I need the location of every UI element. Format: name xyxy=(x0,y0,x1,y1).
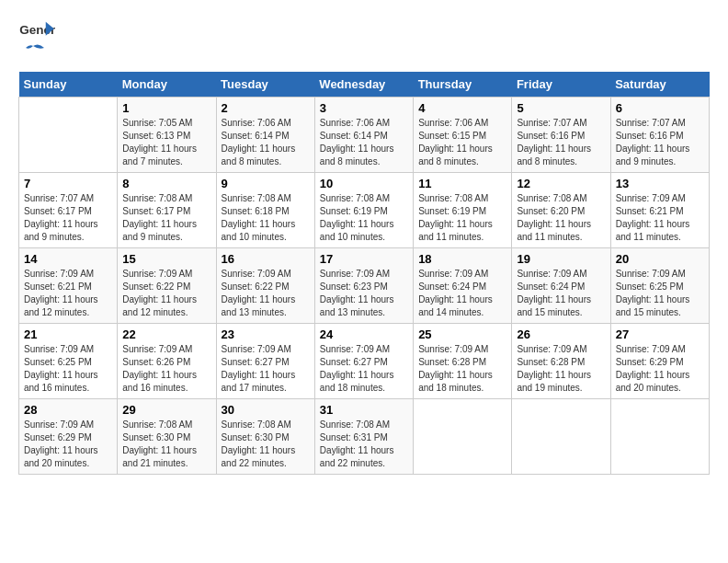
header: General xyxy=(18,18,710,63)
day-info: Sunrise: 7:09 AMSunset: 6:27 PMDaylight:… xyxy=(222,343,310,395)
calendar-cell: 22Sunrise: 7:09 AMSunset: 6:26 PMDayligh… xyxy=(118,324,216,399)
day-number: 10 xyxy=(320,177,408,190)
day-number: 5 xyxy=(517,101,605,115)
day-info: Sunrise: 7:08 AMSunset: 6:30 PMDaylight:… xyxy=(122,419,210,470)
logo: General xyxy=(18,18,55,63)
day-number: 19 xyxy=(517,252,605,266)
calendar-cell: 25Sunrise: 7:09 AMSunset: 6:28 PMDayligh… xyxy=(414,324,512,399)
calendar-week-row: 1Sunrise: 7:05 AMSunset: 6:13 PMDaylight… xyxy=(19,98,710,173)
day-number: 24 xyxy=(320,327,408,341)
calendar-cell: 9Sunrise: 7:08 AMSunset: 6:18 PMDaylight… xyxy=(216,173,314,248)
calendar-cell xyxy=(19,98,118,173)
calendar-table: SundayMondayTuesdayWednesdayThursdayFrid… xyxy=(18,72,710,475)
calendar-header-row: SundayMondayTuesdayWednesdayThursdayFrid… xyxy=(19,72,710,98)
calendar-cell: 15Sunrise: 7:09 AMSunset: 6:22 PMDayligh… xyxy=(118,248,216,324)
calendar-cell: 12Sunrise: 7:08 AMSunset: 6:20 PMDayligh… xyxy=(512,173,610,248)
day-number: 9 xyxy=(222,177,310,190)
calendar-cell: 30Sunrise: 7:08 AMSunset: 6:30 PMDayligh… xyxy=(216,399,314,475)
day-info: Sunrise: 7:06 AMSunset: 6:14 PMDaylight:… xyxy=(320,117,408,168)
day-number: 3 xyxy=(320,101,408,115)
calendar-week-row: 14Sunrise: 7:09 AMSunset: 6:21 PMDayligh… xyxy=(19,248,710,324)
day-number: 7 xyxy=(24,177,112,190)
day-number: 29 xyxy=(122,403,210,417)
calendar-cell xyxy=(414,399,512,475)
day-number: 23 xyxy=(222,327,310,341)
day-info: Sunrise: 7:09 AMSunset: 6:25 PMDaylight:… xyxy=(616,268,704,319)
day-number: 27 xyxy=(616,327,704,341)
day-info: Sunrise: 7:07 AMSunset: 6:17 PMDaylight:… xyxy=(24,192,112,244)
calendar-week-row: 21Sunrise: 7:09 AMSunset: 6:25 PMDayligh… xyxy=(19,324,710,399)
calendar-cell: 2Sunrise: 7:06 AMSunset: 6:14 PMDaylight… xyxy=(216,98,314,173)
calendar-cell: 27Sunrise: 7:09 AMSunset: 6:29 PMDayligh… xyxy=(610,324,709,399)
day-info: Sunrise: 7:09 AMSunset: 6:29 PMDaylight:… xyxy=(616,343,704,395)
day-number: 4 xyxy=(418,101,506,115)
calendar-cell: 1Sunrise: 7:05 AMSunset: 6:13 PMDaylight… xyxy=(118,98,216,173)
day-info: Sunrise: 7:08 AMSunset: 6:19 PMDaylight:… xyxy=(418,192,506,244)
calendar-cell: 5Sunrise: 7:07 AMSunset: 6:16 PMDaylight… xyxy=(512,98,610,173)
day-info: Sunrise: 7:06 AMSunset: 6:15 PMDaylight:… xyxy=(418,117,506,168)
day-info: Sunrise: 7:08 AMSunset: 6:17 PMDaylight:… xyxy=(122,192,210,244)
calendar-cell: 23Sunrise: 7:09 AMSunset: 6:27 PMDayligh… xyxy=(216,324,314,399)
day-info: Sunrise: 7:09 AMSunset: 6:29 PMDaylight:… xyxy=(24,419,112,470)
calendar-cell xyxy=(512,399,610,475)
day-number: 12 xyxy=(517,177,605,190)
day-info: Sunrise: 7:09 AMSunset: 6:24 PMDaylight:… xyxy=(418,268,506,319)
calendar-cell: 20Sunrise: 7:09 AMSunset: 6:25 PMDayligh… xyxy=(610,248,709,324)
day-number: 1 xyxy=(122,101,210,115)
day-number: 8 xyxy=(122,177,210,190)
calendar-cell: 28Sunrise: 7:09 AMSunset: 6:29 PMDayligh… xyxy=(19,399,118,475)
day-info: Sunrise: 7:09 AMSunset: 6:25 PMDaylight:… xyxy=(24,343,112,395)
day-number: 25 xyxy=(418,327,506,341)
calendar-cell: 14Sunrise: 7:09 AMSunset: 6:21 PMDayligh… xyxy=(19,248,118,324)
day-info: Sunrise: 7:09 AMSunset: 6:22 PMDaylight:… xyxy=(122,268,210,319)
day-info: Sunrise: 7:08 AMSunset: 6:18 PMDaylight:… xyxy=(222,192,310,244)
calendar-cell: 31Sunrise: 7:08 AMSunset: 6:31 PMDayligh… xyxy=(314,399,413,475)
calendar-cell: 11Sunrise: 7:08 AMSunset: 6:19 PMDayligh… xyxy=(414,173,512,248)
day-info: Sunrise: 7:09 AMSunset: 6:28 PMDaylight:… xyxy=(517,343,605,395)
day-info: Sunrise: 7:09 AMSunset: 6:21 PMDaylight:… xyxy=(24,268,112,319)
day-number: 2 xyxy=(222,101,310,115)
day-info: Sunrise: 7:09 AMSunset: 6:28 PMDaylight:… xyxy=(418,343,506,395)
calendar-cell: 18Sunrise: 7:09 AMSunset: 6:24 PMDayligh… xyxy=(414,248,512,324)
calendar-cell: 10Sunrise: 7:08 AMSunset: 6:19 PMDayligh… xyxy=(314,173,413,248)
day-info: Sunrise: 7:07 AMSunset: 6:16 PMDaylight:… xyxy=(616,117,704,168)
day-info: Sunrise: 7:06 AMSunset: 6:14 PMDaylight:… xyxy=(222,117,310,168)
day-info: Sunrise: 7:09 AMSunset: 6:21 PMDaylight:… xyxy=(616,192,704,244)
calendar-week-row: 28Sunrise: 7:09 AMSunset: 6:29 PMDayligh… xyxy=(19,399,710,475)
day-number: 31 xyxy=(320,403,408,417)
day-info: Sunrise: 7:09 AMSunset: 6:24 PMDaylight:… xyxy=(517,268,605,319)
day-number: 26 xyxy=(517,327,605,341)
day-number: 30 xyxy=(222,403,310,417)
day-number: 20 xyxy=(616,252,704,266)
calendar-cell: 8Sunrise: 7:08 AMSunset: 6:17 PMDaylight… xyxy=(118,173,216,248)
calendar-cell: 7Sunrise: 7:07 AMSunset: 6:17 PMDaylight… xyxy=(19,173,118,248)
calendar-cell: 16Sunrise: 7:09 AMSunset: 6:22 PMDayligh… xyxy=(216,248,314,324)
calendar-cell: 24Sunrise: 7:09 AMSunset: 6:27 PMDayligh… xyxy=(314,324,413,399)
day-info: Sunrise: 7:09 AMSunset: 6:27 PMDaylight:… xyxy=(320,343,408,395)
calendar-cell: 6Sunrise: 7:07 AMSunset: 6:16 PMDaylight… xyxy=(610,98,709,173)
header-day-saturday: Saturday xyxy=(610,72,709,98)
calendar-cell: 17Sunrise: 7:09 AMSunset: 6:23 PMDayligh… xyxy=(314,248,413,324)
day-info: Sunrise: 7:08 AMSunset: 6:30 PMDaylight:… xyxy=(222,419,310,470)
calendar-cell: 4Sunrise: 7:06 AMSunset: 6:15 PMDaylight… xyxy=(414,98,512,173)
day-info: Sunrise: 7:08 AMSunset: 6:20 PMDaylight:… xyxy=(517,192,605,244)
day-info: Sunrise: 7:08 AMSunset: 6:19 PMDaylight:… xyxy=(320,192,408,244)
calendar-week-row: 7Sunrise: 7:07 AMSunset: 6:17 PMDaylight… xyxy=(19,173,710,248)
day-info: Sunrise: 7:05 AMSunset: 6:13 PMDaylight:… xyxy=(122,117,210,168)
day-number: 17 xyxy=(320,252,408,266)
day-info: Sunrise: 7:09 AMSunset: 6:23 PMDaylight:… xyxy=(320,268,408,319)
calendar-cell: 21Sunrise: 7:09 AMSunset: 6:25 PMDayligh… xyxy=(19,324,118,399)
day-number: 6 xyxy=(616,101,704,115)
day-number: 13 xyxy=(616,177,704,190)
day-number: 22 xyxy=(122,327,210,341)
header-day-tuesday: Tuesday xyxy=(216,72,314,98)
day-number: 14 xyxy=(24,252,112,266)
day-number: 18 xyxy=(418,252,506,266)
day-info: Sunrise: 7:08 AMSunset: 6:31 PMDaylight:… xyxy=(320,419,408,470)
day-number: 16 xyxy=(222,252,310,266)
header-day-sunday: Sunday xyxy=(19,72,118,98)
day-info: Sunrise: 7:09 AMSunset: 6:22 PMDaylight:… xyxy=(222,268,310,319)
day-number: 21 xyxy=(24,327,112,341)
calendar-cell: 13Sunrise: 7:09 AMSunset: 6:21 PMDayligh… xyxy=(610,173,709,248)
calendar-cell: 26Sunrise: 7:09 AMSunset: 6:28 PMDayligh… xyxy=(512,324,610,399)
